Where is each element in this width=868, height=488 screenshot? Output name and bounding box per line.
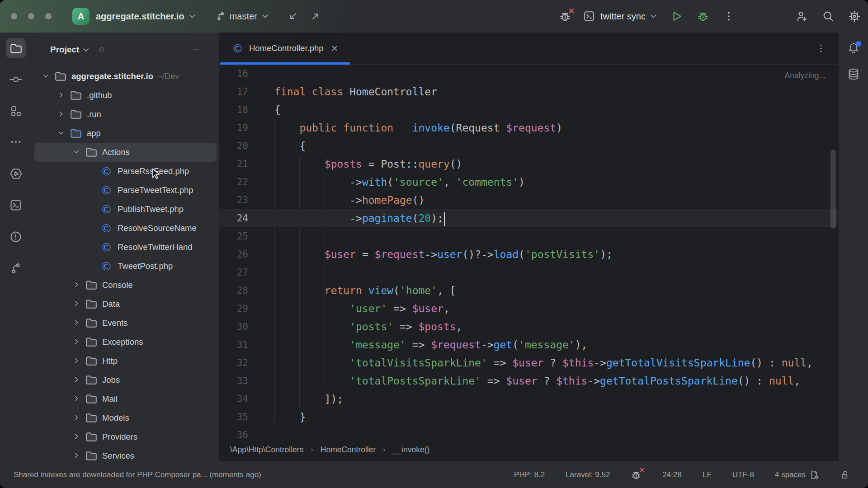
terminal-tool-button[interactable] [6, 195, 26, 215]
git-tool-button[interactable] [6, 258, 26, 278]
locate-file-icon[interactable] [97, 45, 106, 54]
tree-item-console[interactable]: Console [32, 276, 219, 295]
tree-item-http[interactable]: Http [32, 352, 219, 371]
breadcrumb-item[interactable]: __invoke() [393, 445, 430, 455]
run-button[interactable] [670, 10, 683, 23]
tree-item-models[interactable]: Models [32, 408, 219, 427]
commit-tool-button[interactable] [6, 70, 26, 89]
tab-homecontroller[interactable]: © HomeController.php [220, 33, 350, 64]
debug-button[interactable] [697, 10, 709, 23]
chevron-down-icon[interactable] [73, 148, 81, 156]
code-line-36[interactable]: 36 [219, 426, 838, 438]
line-number[interactable]: 22 [219, 173, 274, 191]
code-line-30[interactable]: 30 'posts' => $posts, [219, 318, 838, 336]
chevron-right-icon[interactable] [73, 452, 81, 460]
lock-icon[interactable] [840, 470, 850, 480]
indent-widget[interactable]: 4 spaces [775, 470, 819, 480]
line-number[interactable]: 17 [219, 83, 274, 101]
code-line-17[interactable]: 17final class HomeController [219, 83, 838, 101]
line-number[interactable]: 28 [219, 282, 274, 300]
chevron-right-icon[interactable] [57, 91, 66, 99]
line-number[interactable]: 19 [219, 119, 274, 137]
line-number[interactable]: 31 [219, 336, 274, 354]
line-number[interactable]: 34 [219, 390, 274, 408]
breadcrumb-item[interactable]: \App\Http\Controllers [230, 445, 303, 455]
line-number[interactable]: 16 [219, 65, 274, 83]
code-line-24[interactable]: 24 ->paginate(20); [219, 209, 838, 227]
code-line-16[interactable]: 16 [219, 65, 838, 83]
chevron-right-icon[interactable] [73, 395, 81, 403]
project-tool-button[interactable] [6, 38, 26, 58]
line-number[interactable]: 25 [219, 227, 274, 245]
debug-listener-disabled-icon[interactable] [559, 10, 571, 23]
line-number[interactable]: 23 [219, 191, 274, 209]
notifications-bell-button[interactable] [844, 38, 863, 58]
code-line-28[interactable]: 28 return view('home', [ [219, 282, 838, 300]
line-separator-widget[interactable]: LF [703, 470, 712, 479]
tree-item-actions[interactable]: Actions [34, 143, 217, 162]
encoding-widget[interactable]: UTF-8 [732, 470, 754, 479]
code-line-35[interactable]: 35 } [219, 408, 838, 426]
more-actions-kebab-icon[interactable] [723, 10, 735, 22]
problems-tool-button[interactable] [6, 227, 26, 247]
code-line-18[interactable]: 18{ [219, 101, 838, 119]
chevron-right-icon[interactable] [57, 110, 66, 118]
chevron-right-icon[interactable] [73, 338, 81, 346]
line-number[interactable]: 36 [219, 426, 274, 438]
code-line-22[interactable]: 22 ->with('source', 'comments') [219, 173, 838, 191]
line-number[interactable]: 21 [219, 155, 274, 173]
hide-panel-icon[interactable] [192, 46, 200, 54]
code-line-21[interactable]: 21 $posts = Post::query() [219, 155, 838, 173]
code-line-23[interactable]: 23 ->homePage() [219, 191, 838, 209]
tree-item-services[interactable]: Services [32, 446, 219, 461]
line-number[interactable]: 30 [219, 318, 274, 336]
code-line-32[interactable]: 32 'totalVisitsSparkLine' => $user ? $th… [219, 354, 838, 372]
more-tool-windows-button[interactable] [6, 132, 26, 152]
run-tool-button[interactable] [6, 164, 26, 183]
line-number[interactable]: 33 [219, 372, 274, 390]
code-with-me-icon[interactable] [796, 10, 808, 23]
line-number[interactable]: 32 [219, 354, 274, 372]
line-number[interactable]: 18 [219, 101, 274, 119]
tree-item-.github[interactable]: .github [32, 86, 219, 105]
code-editor[interactable]: Analyzing... 1617final class HomeControl… [219, 65, 838, 438]
tree-item-tweetpost.php[interactable]: ©TweetPost.php [32, 257, 219, 276]
chevron-right-icon[interactable] [73, 319, 81, 327]
breadcrumb-item[interactable]: HomeController [321, 445, 376, 455]
git-branch-widget[interactable]: master [216, 11, 269, 22]
database-tool-button[interactable] [844, 64, 863, 84]
window-zoom-button[interactable] [45, 13, 52, 19]
tree-item-parsetweettext.php[interactable]: ©ParseTweetText.php [32, 181, 219, 200]
tree-item-providers[interactable]: Providers [32, 427, 219, 446]
chevron-right-icon[interactable] [73, 281, 81, 289]
chevron-down-icon[interactable] [42, 72, 50, 80]
line-number[interactable]: 35 [219, 408, 274, 426]
code-line-25[interactable]: 25 [219, 227, 838, 245]
chevron-right-icon[interactable] [73, 357, 81, 365]
chevron-right-icon[interactable] [73, 376, 81, 384]
line-number[interactable]: 29 [219, 300, 274, 318]
tree-item-exceptions[interactable]: Exceptions [32, 333, 219, 352]
run-configuration-select[interactable]: twitter sync [583, 10, 657, 22]
laravel-version-widget[interactable]: Laravel: 9.52 [566, 470, 610, 479]
close-tab-icon[interactable] [331, 45, 338, 52]
tree-item-parserssfeed.php[interactable]: ©ParseRssFeed.php [32, 162, 219, 181]
status-message[interactable]: Shared indexes are downloaded for PHP Co… [14, 470, 261, 479]
settings-gear-icon[interactable] [848, 10, 861, 23]
tree-item-publishtweet.php[interactable]: ©PublishTweet.php [32, 200, 219, 219]
line-number[interactable]: 24 [219, 209, 274, 227]
chevron-right-icon[interactable] [73, 414, 81, 422]
code-line-19[interactable]: 19 public function __invoke(Request $req… [219, 119, 838, 137]
chevron-right-icon[interactable] [73, 300, 81, 308]
tree-item-.run[interactable]: .run [32, 105, 219, 124]
code-line-26[interactable]: 26 $user = $request->user()?->load('post… [219, 245, 838, 263]
tree-item-resolvetwitterhand[interactable]: ©ResolveTwitterHand [32, 238, 219, 257]
chevron-down-icon[interactable] [57, 129, 66, 137]
tree-item-jobs[interactable]: Jobs [32, 371, 219, 389]
code-line-31[interactable]: 31 'message' => $request->get('message')… [219, 336, 838, 354]
code-line-33[interactable]: 33 'totalPostsSparkLine' => $user ? $thi… [219, 372, 838, 390]
code-line-34[interactable]: 34 ]); [219, 390, 838, 408]
project-widget[interactable]: A aggregate.stitcher.io [72, 8, 196, 25]
search-everywhere-icon[interactable] [822, 10, 835, 23]
chevron-right-icon[interactable] [73, 433, 81, 441]
